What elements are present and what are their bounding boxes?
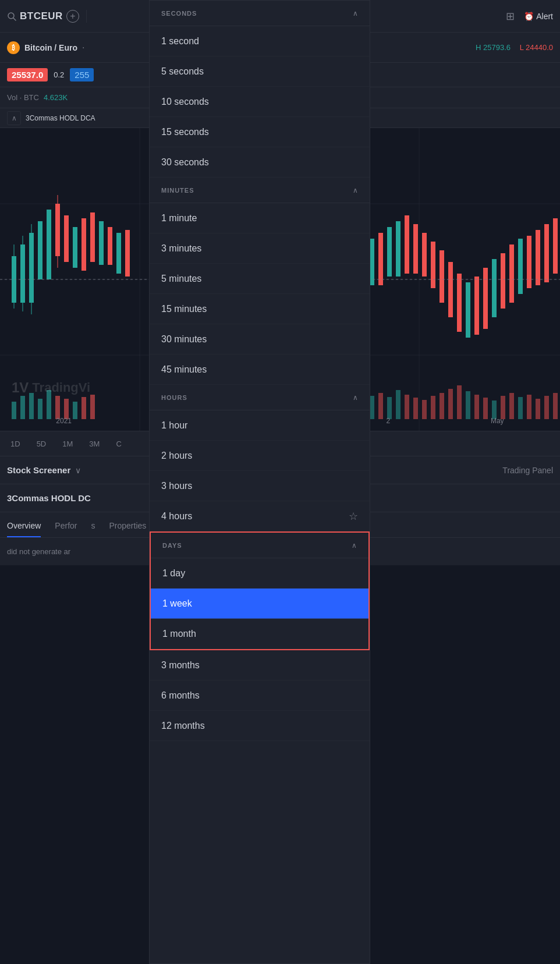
grid-icon[interactable]: ⊞ <box>506 10 515 23</box>
svg-rect-38 <box>466 282 470 338</box>
days-section: DAYS ∧ 1 day 1 week 1 month <box>150 531 370 650</box>
option-1-month[interactable]: 1 month <box>151 619 368 649</box>
svg-rect-24 <box>116 233 121 274</box>
search-area: BTCEUR + <box>7 10 87 23</box>
minutes-section-header[interactable]: MINUTES ∧ <box>150 178 370 203</box>
hours-chevron-icon: ∧ <box>353 394 358 402</box>
low-label: L <box>520 43 524 52</box>
seconds-section-header[interactable]: SECONDS ∧ <box>150 1 370 26</box>
indicator-name: 3Commas HODL DCA <box>26 114 95 122</box>
change-value: 0.2 <box>54 70 64 79</box>
option-3-hours[interactable]: 3 hours <box>150 471 370 501</box>
svg-rect-76 <box>509 393 514 419</box>
svg-rect-79 <box>536 399 540 419</box>
option-6-months[interactable]: 6 months <box>150 681 370 711</box>
option-10-seconds[interactable]: 10 seconds <box>150 87 370 117</box>
svg-rect-36 <box>448 262 453 317</box>
days-label: DAYS <box>162 542 182 549</box>
price-tag: 25537.0 <box>7 68 48 81</box>
option-30-minutes[interactable]: 30 minutes <box>150 324 370 355</box>
svg-rect-29 <box>387 227 392 277</box>
expand-button[interactable]: ∧ <box>7 111 21 125</box>
year-2: 2 <box>387 417 391 425</box>
option-3-minutes[interactable]: 3 minutes <box>150 233 370 264</box>
option-1-week[interactable]: 1 week <box>151 589 368 619</box>
option-2-hours[interactable]: 2 hours <box>150 441 370 471</box>
range-1d[interactable]: 1D <box>7 437 24 451</box>
option-1-day[interactable]: 1 day <box>151 558 368 589</box>
svg-rect-77 <box>518 397 523 419</box>
tab-properties[interactable]: Properties <box>109 521 146 537</box>
svg-rect-80 <box>544 396 549 419</box>
svg-rect-70 <box>457 385 462 419</box>
option-4-hours[interactable]: 4 hours ☆ <box>150 501 370 531</box>
option-5-minutes[interactable]: 5 minutes <box>150 264 370 294</box>
days-chevron-icon: ∧ <box>352 541 357 550</box>
hours-label: HOURS <box>161 394 187 401</box>
svg-rect-42 <box>501 253 505 309</box>
range-1m[interactable]: 1M <box>59 437 76 451</box>
range-5d[interactable]: 5D <box>33 437 50 451</box>
symbol-name: BTCEUR <box>20 10 63 22</box>
option-1-second[interactable]: 1 second <box>150 26 370 56</box>
svg-rect-27 <box>370 239 374 285</box>
add-symbol-button[interactable]: + <box>66 10 79 23</box>
seconds-label: SECONDS <box>161 10 197 17</box>
tab-performance[interactable]: Perfor <box>55 521 77 537</box>
may-label-2: May <box>491 417 504 425</box>
svg-rect-61 <box>378 393 383 419</box>
svg-rect-34 <box>431 242 435 288</box>
svg-rect-32 <box>413 224 418 274</box>
high-value: 25793.6 <box>483 43 511 52</box>
dropdown-menu[interactable]: SECONDS ∧ 1 second 5 seconds 10 seconds … <box>149 0 370 964</box>
svg-rect-78 <box>527 395 531 419</box>
svg-rect-65 <box>413 398 418 419</box>
svg-rect-35 <box>440 250 444 303</box>
option-1-hour[interactable]: 1 hour <box>150 410 370 441</box>
trading-panel-button[interactable]: Trading Panel <box>502 466 553 475</box>
svg-rect-48 <box>553 218 558 274</box>
svg-rect-31 <box>405 215 409 274</box>
svg-rect-18 <box>64 215 69 262</box>
svg-rect-63 <box>396 390 400 419</box>
svg-rect-44 <box>518 239 523 294</box>
svg-rect-60 <box>370 396 374 419</box>
svg-rect-57 <box>81 397 86 419</box>
tab-extra[interactable]: s <box>91 521 95 537</box>
alert-button[interactable]: ⏰ Alert <box>524 12 553 21</box>
svg-rect-23 <box>108 227 112 265</box>
search-icon <box>7 12 16 21</box>
hl-values: H 25793.6 L 24440.0 <box>476 43 553 52</box>
svg-rect-47 <box>544 224 549 282</box>
option-30-seconds[interactable]: 30 seconds <box>150 147 370 178</box>
top-bar-right: ⊞ ⏰ Alert <box>506 10 553 23</box>
vol-value: 4.623K <box>44 93 68 102</box>
option-45-minutes[interactable]: 45 minutes <box>150 355 370 385</box>
svg-rect-21 <box>90 212 95 262</box>
range-c[interactable]: C <box>112 437 125 451</box>
option-3-months[interactable]: 3 months <box>150 650 370 681</box>
tab-overview[interactable]: Overview <box>7 521 41 537</box>
option-15-minutes[interactable]: 15 minutes <box>150 294 370 324</box>
star-icon[interactable]: ☆ <box>349 510 358 523</box>
option-1-minute[interactable]: 1 minute <box>150 203 370 233</box>
svg-rect-43 <box>509 244 514 303</box>
svg-rect-46 <box>536 230 540 285</box>
vol-label: Vol · BTC <box>7 93 39 102</box>
option-12-months[interactable]: 12 months <box>150 711 370 741</box>
hours-section-header[interactable]: HOURS ∧ <box>150 385 370 410</box>
days-section-header[interactable]: DAYS ∧ <box>151 533 368 558</box>
alert-label: Alert <box>536 12 553 21</box>
coin-icon: ₿ <box>7 41 20 54</box>
svg-rect-40 <box>483 268 488 329</box>
coin-name: Bitcoin / Euro <box>24 43 77 52</box>
svg-rect-30 <box>396 221 400 277</box>
svg-rect-55 <box>64 399 69 419</box>
range-3m[interactable]: 3M <box>86 437 103 451</box>
svg-rect-41 <box>492 259 497 317</box>
screener-chevron-icon[interactable]: ∨ <box>75 466 81 475</box>
option-15-seconds[interactable]: 15 seconds <box>150 117 370 147</box>
instrument-name: 3Commas HODL DC <box>7 493 91 503</box>
high-label: H <box>476 43 481 52</box>
option-5-seconds[interactable]: 5 seconds <box>150 56 370 87</box>
